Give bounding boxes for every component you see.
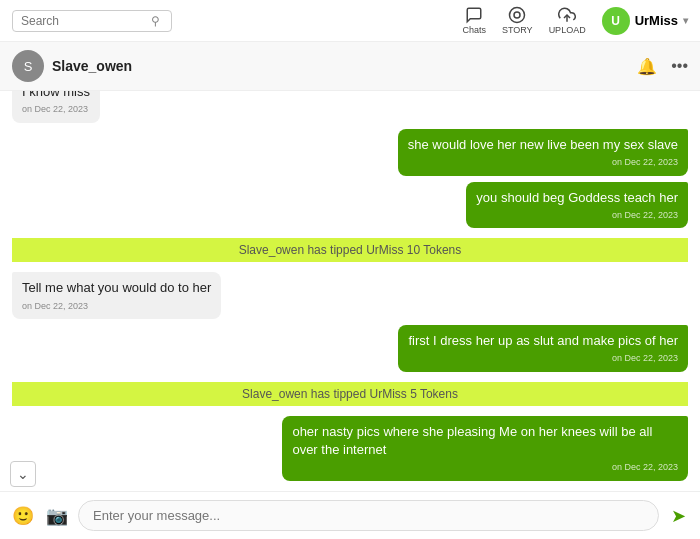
send-button[interactable]: ➤ — [667, 505, 690, 527]
chevron-down-icon: ⌄ — [17, 466, 29, 482]
chat-wrapper: She has not been with many other men bef… — [0, 91, 700, 539]
message-bubble: she would love her new live been my sex … — [398, 129, 688, 176]
story-nav-icon[interactable]: STORY — [502, 6, 533, 35]
chat-header-left: S Slave_owen — [12, 50, 132, 82]
user-avatar: U — [602, 7, 630, 35]
message-bubble: oher nasty pics where she pleasing Me on… — [282, 416, 688, 481]
message-text: Tell me what you would do to her — [22, 280, 211, 295]
message-row: I know misson Dec 22, 2023 — [12, 91, 688, 123]
chat-header-right: 🔔 ••• — [637, 57, 688, 76]
chevron-down-icon: ▾ — [683, 15, 688, 26]
message-bubble: you should beg Goddess teach heron Dec 2… — [466, 182, 688, 229]
message-text: first I dress her up as slut and make pi… — [408, 333, 678, 348]
message-text: oher nasty pics where she pleasing Me on… — [292, 424, 652, 457]
nav-icons: Chats STORY UPLOAD U UrMiss ▾ — [462, 6, 688, 35]
chats-nav-icon[interactable]: Chats — [462, 6, 486, 35]
user-badge[interactable]: U UrMiss ▾ — [602, 7, 688, 35]
message-bubble: first I dress her up as slut and make pi… — [398, 325, 688, 372]
message-time: on Dec 22, 2023 — [292, 461, 678, 474]
upload-nav-icon[interactable]: UPLOAD — [549, 6, 586, 35]
message-text: I know miss — [22, 91, 90, 99]
message-input[interactable] — [78, 500, 659, 531]
input-area: 🙂 📷 ➤ — [0, 491, 700, 539]
search-input[interactable] — [21, 14, 151, 28]
story-nav-label: STORY — [502, 25, 533, 35]
search-icon: ⚲ — [151, 14, 160, 28]
message-bubble: I know misson Dec 22, 2023 — [12, 91, 100, 123]
message-row: first I dress her up as slut and make pi… — [12, 325, 688, 372]
chat-avatar: S — [12, 50, 44, 82]
emoji-button[interactable]: 🙂 — [10, 505, 36, 527]
message-row: Tell me what you would do to heron Dec 2… — [12, 272, 688, 319]
message-time: on Dec 22, 2023 — [408, 156, 678, 169]
message-time: on Dec 22, 2023 — [408, 352, 678, 365]
more-options-icon[interactable]: ••• — [671, 57, 688, 75]
svg-point-0 — [510, 8, 525, 23]
message-row: oher nasty pics where she pleasing Me on… — [12, 416, 688, 481]
search-bar[interactable]: ⚲ — [12, 10, 172, 32]
message-text: you should beg Goddess teach her — [476, 190, 678, 205]
chat-username: Slave_owen — [52, 58, 132, 74]
top-nav: ⚲ Chats STORY UPLOAD U UrMiss ▾ — [0, 0, 700, 42]
message-time: on Dec 22, 2023 — [22, 300, 211, 313]
message-text: she would love her new live been my sex … — [408, 137, 678, 152]
svg-point-1 — [514, 12, 520, 18]
messages-area: She has not been with many other men bef… — [0, 91, 700, 491]
tip-notification: Slave_owen has tipped UrMiss 5 Tokens — [12, 382, 688, 406]
chat-header: S Slave_owen 🔔 ••• — [0, 42, 700, 91]
message-time: on Dec 22, 2023 — [476, 209, 678, 222]
scroll-down-button[interactable]: ⌄ — [10, 461, 36, 487]
message-row: she would love her new live been my sex … — [12, 129, 688, 176]
message-time: on Dec 22, 2023 — [22, 103, 90, 116]
attachment-button[interactable]: 📷 — [44, 505, 70, 527]
username-label: UrMiss — [635, 13, 678, 28]
upload-nav-label: UPLOAD — [549, 25, 586, 35]
chats-nav-label: Chats — [462, 25, 486, 35]
message-bubble: Tell me what you would do to heron Dec 2… — [12, 272, 221, 319]
message-row: you should beg Goddess teach heron Dec 2… — [12, 182, 688, 229]
tip-notification: Slave_owen has tipped UrMiss 10 Tokens — [12, 238, 688, 262]
bell-icon[interactable]: 🔔 — [637, 57, 657, 76]
